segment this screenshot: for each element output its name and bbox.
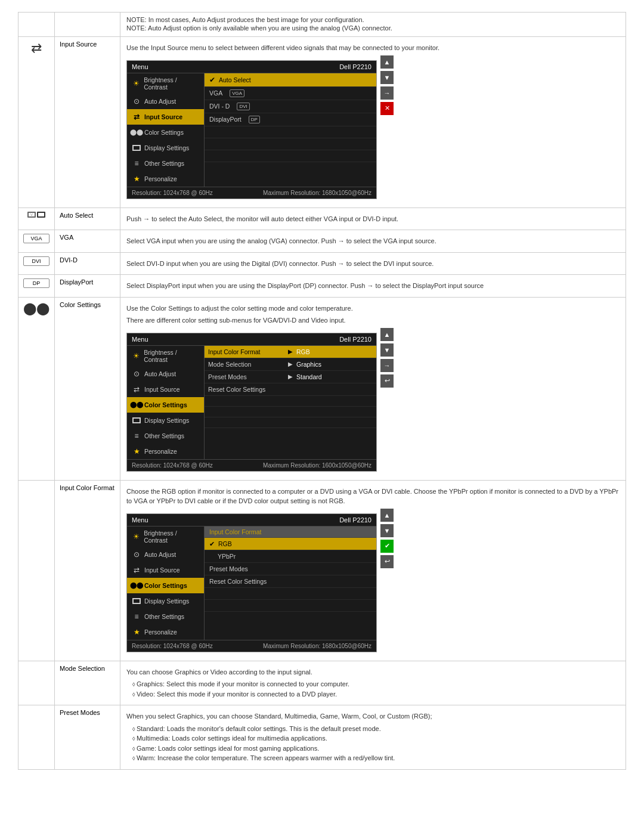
- osd-right-panel-1: ✔ Auto Select VGA VGA DVI - D DVI: [205, 73, 376, 187]
- osd-icf-rgb[interactable]: ✔ RGB: [205, 538, 376, 550]
- input-label-3: Input Source: [144, 566, 180, 574]
- osd-item-brightness-3[interactable]: ☀ Brightness / Contrast: [127, 527, 204, 547]
- display-label-2: Display Settings: [144, 417, 189, 424]
- color-settings-label: Color Settings: [55, 297, 120, 480]
- osd-icf-ypbpr[interactable]: YPbPr: [205, 550, 376, 563]
- input-icon-3: ⇄: [132, 565, 141, 575]
- osd-item-color-1[interactable]: ⬤⬤ Color Settings: [127, 125, 204, 140]
- osd-right-displayport[interactable]: DisplayPort DP: [205, 113, 376, 126]
- display-label-1: Display Settings: [144, 144, 189, 151]
- preset-modes-label: Preset Modes: [55, 705, 120, 770]
- preset-standard: Standard: Loads the monitor's default co…: [132, 724, 620, 734]
- osd-icf-empty1: [205, 588, 376, 600]
- osd-col3-row-2[interactable]: Preset Modes ▶ Standard: [205, 371, 376, 383]
- nav-up-3[interactable]: ▲: [380, 509, 394, 522]
- auto-select-page-icon: V: [23, 212, 49, 218]
- col3-label-2: Preset Modes: [208, 373, 284, 380]
- osd-menu-label-1: Menu: [132, 63, 148, 70]
- osd-item-other-1[interactable]: ≡ Other Settings: [127, 156, 204, 171]
- displayport-text: DisplayPort: [209, 116, 242, 123]
- osd-col3-row-3[interactable]: Reset Color Settings: [205, 383, 376, 396]
- osd-body-3: ☀ Brightness / Contrast ⊙ Auto Adjust ⇄ …: [127, 527, 376, 640]
- nav-down-3[interactable]: ▼: [380, 524, 394, 537]
- osd-menu-label-3: Menu: [132, 516, 148, 524]
- dvid-label: DVI-D: [55, 252, 120, 275]
- osd-item-auto-3[interactable]: ⊙ Auto Adjust: [127, 547, 204, 562]
- nav-right-2[interactable]: →: [380, 359, 394, 372]
- osd-item-brightness-1[interactable]: ☀ Brightness / Contrast: [127, 73, 204, 94]
- osd-item-personalize-1[interactable]: ★ Personalize: [127, 171, 204, 187]
- personalize-label-1: Personalize: [144, 175, 177, 182]
- osd-footer-right-1: Maximum Resolution: 1680x1050@60Hz: [263, 190, 371, 196]
- auto-select-icon-cell: V: [18, 208, 55, 230]
- osd-item-auto-2[interactable]: ⊙ Auto Adjust: [127, 366, 204, 382]
- osd-item-brightness-2[interactable]: ☀ Brightness / Contrast: [127, 346, 204, 366]
- nav-up-2[interactable]: ▲: [380, 328, 394, 341]
- osd-right-vga[interactable]: VGA VGA: [205, 87, 376, 100]
- osd-item-other-2[interactable]: ≡ Other Settings: [127, 428, 204, 444]
- col3-value-2: Standard: [296, 373, 373, 380]
- osd-item-input-3[interactable]: ⇄ Input Source: [127, 562, 204, 578]
- nav-down-2[interactable]: ▼: [380, 343, 394, 357]
- color-label-2: Color Settings: [144, 401, 187, 408]
- osd-color-settings-container: Menu Dell P2210 ☀ Brightness / Contrast: [126, 328, 620, 476]
- nav-back-1[interactable]: ✕: [380, 102, 394, 115]
- preset-game: Game: Loads color settings ideal for mos…: [132, 744, 620, 754]
- osd-col3-row-0[interactable]: Input Color Format ▶ RGB: [205, 346, 376, 358]
- nav-check-3[interactable]: ✔: [380, 540, 394, 553]
- dvid-icon-cell: DVI: [18, 252, 55, 275]
- input-source-label: Input Source: [55, 37, 120, 208]
- osd-item-other-3[interactable]: ≡ Other Settings: [127, 609, 204, 624]
- osd-item-input-1[interactable]: ⇄ Input Source: [127, 109, 204, 125]
- osd-item-input-2[interactable]: ⇄ Input Source: [127, 382, 204, 397]
- input-source-icon: ⇄: [23, 41, 49, 56]
- nav-right-1[interactable]: →: [380, 86, 394, 100]
- nav-down-1[interactable]: ▼: [380, 71, 394, 84]
- notes-content: NOTE: In most cases, Auto Adjust produce…: [120, 13, 626, 37]
- osd-item-color-2[interactable]: ⬤⬤ Color Settings: [127, 397, 204, 413]
- osd-item-color-3[interactable]: ⬤⬤ Color Settings: [127, 578, 204, 593]
- displayport-content: Select DisplayPort input when you are us…: [120, 275, 626, 298]
- osd-item-personalize-2[interactable]: ★ Personalize: [127, 444, 204, 459]
- displayport-label: DisplayPort: [55, 275, 120, 298]
- auto-icon-3: ⊙: [132, 550, 141, 559]
- nav-up-1[interactable]: ▲: [380, 55, 394, 69]
- osd-left-menu-1: ☀ Brightness / Contrast ⊙ Auto Adjust ⇄ …: [127, 73, 205, 187]
- col3-value-1: Graphics: [296, 361, 373, 368]
- osd-icf-container: Menu Dell P2210 ☀ Brightness / Contrast: [126, 509, 620, 657]
- other-label-2: Other Settings: [144, 432, 184, 439]
- brightness-icon-2: ☀: [132, 351, 141, 361]
- osd-item-display-2[interactable]: Display Settings: [127, 413, 204, 428]
- color-label-1: Color Settings: [144, 129, 184, 136]
- auto-select-label: Auto Select: [55, 208, 120, 230]
- preset-modes-row: Preset Modes When you select Graphics, y…: [18, 705, 626, 770]
- osd-right-dvid[interactable]: DVI - D DVI: [205, 100, 376, 113]
- mode-selection-content: You can choose Graphics or Video accordi…: [120, 661, 626, 705]
- osd-item-auto-1[interactable]: ⊙ Auto Adjust: [127, 94, 204, 109]
- osd-brand-label-3: Dell P2210: [339, 516, 371, 524]
- col3-value-0: RGB: [296, 348, 373, 355]
- auto-icon-2: ⊙: [132, 369, 141, 379]
- icf-check-mark: ✔: [209, 540, 215, 547]
- osd-col3-row-empty2: [205, 407, 376, 417]
- osd-col3-row-1[interactable]: Mode Selection ▶ Graphics: [205, 358, 376, 371]
- personalize-icon-2: ★: [132, 447, 141, 456]
- osd-item-display-1[interactable]: Display Settings: [127, 140, 204, 156]
- display-label-3: Display Settings: [144, 597, 189, 605]
- auto-select-text: Auto Select: [219, 76, 251, 83]
- input-source-icon-cell: ⇄: [18, 37, 55, 208]
- osd-right-auto-select[interactable]: ✔ Auto Select: [205, 73, 376, 87]
- nav-back-3[interactable]: ↩: [380, 555, 394, 568]
- mode-selection-icon-cell: [18, 661, 55, 705]
- osd-icf-reset[interactable]: Reset Color Settings: [205, 575, 376, 588]
- osd-item-display-3[interactable]: Display Settings: [127, 593, 204, 609]
- osd-item-personalize-3[interactable]: ★ Personalize: [127, 624, 204, 640]
- nav-back-2[interactable]: ↩: [380, 374, 394, 388]
- osd-left-menu-2: ☀ Brightness / Contrast ⊙ Auto Adjust ⇄ …: [127, 346, 205, 459]
- page-wrapper: NOTE: In most cases, Auto Adjust produce…: [0, 0, 644, 782]
- personalize-icon-3: ★: [132, 627, 141, 637]
- personalize-icon-1: ★: [132, 174, 141, 184]
- notes-row: NOTE: In most cases, Auto Adjust produce…: [18, 13, 626, 37]
- col3-label-0: Input Color Format: [208, 348, 284, 355]
- osd-icf-preset[interactable]: Preset Modes: [205, 563, 376, 575]
